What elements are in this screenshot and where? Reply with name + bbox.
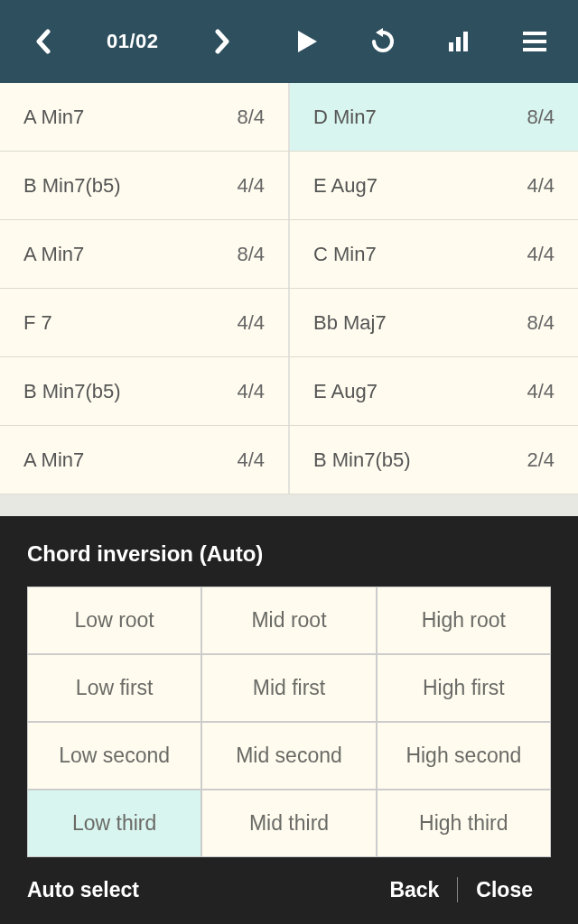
chevron-right-icon [214,29,230,54]
levels-button[interactable] [434,30,484,53]
chord-row: A Min78/4C Min74/4 [0,220,578,289]
chord-name: A Min7 [23,448,84,472]
chord-inversion-panel: Chord inversion (Auto) Low rootMid rootH… [0,516,578,924]
chord-name: Bb Maj7 [313,311,387,335]
chord-cell[interactable]: A Min74/4 [0,426,290,494]
chord-time-signature: 8/4 [237,106,265,129]
chord-name: E Aug7 [313,174,378,198]
inversion-option[interactable]: Low second [28,723,200,789]
hamburger-icon [523,32,546,51]
page-nav: 01/02 [18,29,247,54]
chord-time-signature: 4/4 [237,311,265,335]
next-page-button[interactable] [197,29,247,54]
chord-time-signature: 4/4 [237,174,265,198]
panel-footer: Auto select Back Close [27,877,551,902]
chord-name: F 7 [23,311,52,335]
rewind-button[interactable] [358,28,408,55]
svg-marker-1 [376,28,383,37]
svg-rect-4 [463,32,468,51]
chord-cell[interactable]: D Min78/4 [290,83,578,151]
chord-name: D Min7 [313,106,377,129]
bars-icon [447,30,471,53]
chord-time-signature: 4/4 [527,380,555,403]
chord-name: A Min7 [23,243,84,266]
svg-rect-7 [523,48,546,51]
chord-row: B Min7(b5)4/4E Aug74/4 [0,357,578,426]
play-icon [295,29,319,54]
chord-name: E Aug7 [313,380,378,403]
chord-row: B Min7(b5)4/4E Aug74/4 [0,152,578,220]
chord-row: F 74/4Bb Maj78/4 [0,289,578,357]
chord-row: A Min74/4B Min7(b5)2/4 [0,426,578,494]
svg-rect-6 [523,40,546,43]
svg-rect-2 [449,42,453,51]
play-button[interactable] [282,29,332,54]
chord-cell[interactable]: B Min7(b5)4/4 [0,152,290,219]
chord-time-signature: 4/4 [527,174,555,198]
inversion-option[interactable]: Low first [28,655,200,721]
svg-marker-0 [298,31,317,52]
inversion-option[interactable]: Low root [28,587,200,653]
rewind-icon [369,28,396,55]
chord-time-signature: 8/4 [527,311,555,335]
auto-select-button[interactable]: Auto select [27,878,371,902]
chord-name: B Min7(b5) [23,174,121,198]
inversion-option[interactable]: High second [378,723,550,789]
inversion-option[interactable]: Mid root [202,587,375,653]
chord-time-signature: 4/4 [237,380,265,403]
prev-page-button[interactable] [18,29,69,54]
chord-time-signature: 8/4 [527,106,555,129]
svg-rect-5 [523,32,546,35]
inversion-option[interactable]: High root [378,587,550,653]
inversion-option[interactable]: Mid third [202,790,375,856]
inversion-option[interactable]: Mid second [202,723,375,789]
chord-time-signature: 4/4 [237,448,265,472]
chord-grid: A Min78/4D Min78/4B Min7(b5)4/4E Aug74/4… [0,83,578,516]
chord-time-signature: 8/4 [237,243,265,266]
inversion-option[interactable]: High third [378,790,550,856]
chevron-left-icon [35,29,51,54]
inversion-option[interactable]: Low third [28,790,200,856]
inversion-grid: Low rootMid rootHigh rootLow firstMid fi… [27,587,551,857]
chord-time-signature: 4/4 [527,243,555,266]
chord-cell[interactable]: B Min7(b5)4/4 [0,357,290,425]
menu-button[interactable] [509,32,560,51]
chord-cell[interactable]: F 74/4 [0,289,290,356]
chord-cell[interactable]: E Aug74/4 [290,152,578,219]
chord-name: B Min7(b5) [23,380,121,403]
chord-name: B Min7(b5) [313,448,411,472]
panel-title: Chord inversion (Auto) [27,541,551,567]
chord-cell[interactable]: C Min74/4 [290,220,578,288]
chord-cell[interactable]: B Min7(b5)2/4 [290,426,578,494]
app-header: 01/02 [0,0,578,83]
inversion-option[interactable]: High first [378,655,550,721]
back-button[interactable]: Back [371,878,457,902]
close-button[interactable]: Close [458,878,551,902]
chord-cell[interactable]: A Min78/4 [0,220,290,288]
chord-name: A Min7 [23,106,84,129]
inversion-option[interactable]: Mid first [202,655,375,721]
chord-cell[interactable]: Bb Maj78/4 [290,289,578,356]
chord-row: A Min78/4D Min78/4 [0,83,578,152]
page-indicator: 01/02 [107,30,159,53]
chord-cell[interactable]: E Aug74/4 [290,357,578,425]
chord-cell[interactable]: A Min78/4 [0,83,290,151]
chord-name: C Min7 [313,243,377,266]
chord-time-signature: 2/4 [527,448,555,472]
svg-rect-3 [456,37,461,51]
